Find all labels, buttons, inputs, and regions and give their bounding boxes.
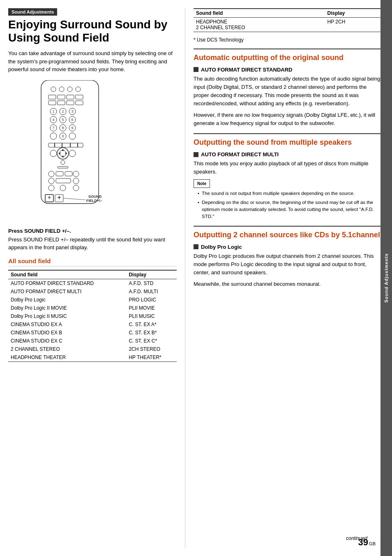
table-cell-display: A.F.D. MULTI <box>126 287 177 296</box>
svg-point-42 <box>60 150 66 157</box>
sound-field-table: Sound field Display AUTO FORMAT DIRECT S… <box>8 270 177 362</box>
svg-rect-38 <box>70 143 71 147</box>
table-cell-field: AUTO FORMAT DIRECT MULTI <box>8 287 126 296</box>
divider-3 <box>194 226 380 227</box>
table-cell-display: PRO LOGIC <box>126 296 177 304</box>
auto-multi-subheading: AUTO FORMAT DIRECT MULTI <box>194 151 380 158</box>
black-square-icon3 <box>194 244 198 249</box>
table-header-field: Sound field <box>8 270 126 279</box>
table-row: AUTO FORMAT DIRECT STANDARDA.F.D. STD <box>8 279 177 287</box>
table-cell-field: HEADPHONE2 CHANNEL STEREO <box>194 18 325 32</box>
svg-rect-6 <box>58 95 65 99</box>
table-cell-field: CINEMA STUDIO EX C <box>8 337 126 345</box>
svg-rect-12 <box>76 101 83 105</box>
all-sound-field-title: All sound field <box>8 257 177 266</box>
table-cell-display: C. ST. EX C* <box>126 337 177 345</box>
svg-text:5: 5 <box>62 118 64 122</box>
table-cell-display: HP 2CH <box>325 18 380 32</box>
svg-point-59 <box>73 185 79 191</box>
svg-rect-7 <box>67 95 74 99</box>
svg-text:4: 4 <box>52 118 54 122</box>
svg-rect-37 <box>62 143 62 147</box>
page-footer: 39GB <box>358 537 376 548</box>
auto-output-heading: Automatic outputting of the original sou… <box>194 53 380 63</box>
svg-text:6: 6 <box>71 118 73 122</box>
dolby-pro-text1: Dolby Pro Logic produces five output cha… <box>194 252 380 277</box>
auto-format-sub-label: AUTO FORMAT DIRECT STANDARD <box>201 67 292 73</box>
svg-point-34 <box>69 133 76 139</box>
svg-point-58 <box>60 185 66 191</box>
table-row: CINEMA STUDIO EX CC. ST. EX C* <box>8 337 177 345</box>
svg-rect-9 <box>48 101 56 105</box>
svg-text:8: 8 <box>62 126 64 130</box>
svg-rect-11 <box>67 101 74 105</box>
note-label: Note <box>194 179 210 188</box>
right-table-header-display: Display <box>325 9 380 18</box>
svg-point-40 <box>50 150 57 157</box>
note-item: Depending on the disc or source, the beg… <box>198 199 380 220</box>
black-square-icon <box>194 67 198 72</box>
table-row: AUTO FORMAT DIRECT MULTIA.F.D. MULTI <box>8 287 177 296</box>
svg-point-3 <box>67 87 72 92</box>
svg-rect-39 <box>77 143 78 147</box>
svg-text:3: 3 <box>71 109 73 114</box>
side-tab: Sound Adjustments <box>380 0 392 556</box>
svg-text:0: 0 <box>62 134 64 138</box>
table-row: Dolby Pro LogicPRO LOGIC <box>8 296 177 304</box>
table-cell-field: Dolby Pro Logic <box>8 296 126 304</box>
svg-marker-46 <box>65 152 67 155</box>
press-desc: Press SOUND FIELD +/– repeatedly until t… <box>8 236 177 252</box>
dcs-note: * Use DCS Technology <box>194 37 380 43</box>
svg-text:FIELD+/–: FIELD+/– <box>86 199 102 203</box>
table-row: CINEMA STUDIO EX BC. ST. EX B* <box>8 329 177 337</box>
auto-format-text2: However, if there are no low frequency s… <box>194 111 380 127</box>
svg-marker-44 <box>62 156 64 158</box>
svg-point-4 <box>76 87 81 92</box>
svg-point-50 <box>48 171 54 177</box>
table-row: Dolby Pro Logic II MOVIEPLII MOVIE <box>8 304 177 312</box>
output-2ch-heading: Outputting 2 channel sources like CDs by… <box>194 231 380 240</box>
divider-1 <box>194 49 380 49</box>
table-cell-display: A.F.D. STD <box>126 279 177 287</box>
svg-point-47 <box>69 150 76 157</box>
svg-point-54 <box>48 178 54 184</box>
table-cell-field: HEADPHONE THEATER <box>8 353 126 362</box>
svg-rect-55 <box>56 178 71 183</box>
svg-point-48 <box>61 160 65 164</box>
svg-point-57 <box>48 185 54 191</box>
table-cell-display: PLII MUSIC <box>126 312 177 320</box>
dolby-pro-subheading: Dolby Pro Logic <box>194 244 380 250</box>
svg-point-31 <box>50 133 57 139</box>
auto-multi-sub-label: AUTO FORMAT DIRECT MULTI <box>201 151 279 158</box>
table-cell-field: 2 CHANNEL STEREO <box>8 345 126 353</box>
auto-format-text1: The auto decoding function automatically… <box>194 75 380 108</box>
svg-rect-51 <box>56 171 63 176</box>
svg-rect-10 <box>58 101 65 105</box>
svg-point-53 <box>73 171 79 177</box>
table-row: CINEMA STUDIO EX AC. ST. EX A* <box>8 320 177 329</box>
table-cell-field: CINEMA STUDIO EX A <box>8 320 126 329</box>
svg-text:9: 9 <box>71 126 73 130</box>
svg-text:2: 2 <box>62 109 64 114</box>
svg-text:1: 1 <box>52 109 54 114</box>
svg-rect-8 <box>76 95 83 99</box>
svg-text:7: 7 <box>52 126 54 130</box>
svg-text:+: + <box>58 194 61 201</box>
dolby-pro-text2: Meanwhile, the surround channel becomes … <box>194 280 380 288</box>
right-sound-field-table: Sound field Display HEADPHONE2 CHANNEL S… <box>194 8 380 32</box>
svg-rect-52 <box>65 171 72 176</box>
black-square-icon2 <box>194 152 198 157</box>
auto-format-subheading: AUTO FORMAT DIRECT STANDARD <box>194 67 380 73</box>
table-cell-field: Dolby Pro Logic II MUSIC <box>8 312 126 320</box>
note-item: The sound is not output from multiple sp… <box>198 190 380 197</box>
svg-point-1 <box>51 87 56 92</box>
table-row: Dolby Pro Logic II MUSICPLII MUSIC <box>8 312 177 320</box>
table-cell-field: Dolby Pro Logic II MOVIE <box>8 304 126 312</box>
svg-rect-36 <box>54 143 55 147</box>
auto-multi-text: This mode lets you enjoy audio playback … <box>194 160 380 176</box>
table-cell-field: CINEMA STUDIO EX B <box>8 329 126 337</box>
output-multi-heading: Outputting the sound from multiple speak… <box>194 138 380 147</box>
note-list: The sound is not output from multiple sp… <box>194 190 380 220</box>
table-cell-display: 2CH STEREO <box>126 345 177 353</box>
page-suffix: GB <box>369 541 376 546</box>
